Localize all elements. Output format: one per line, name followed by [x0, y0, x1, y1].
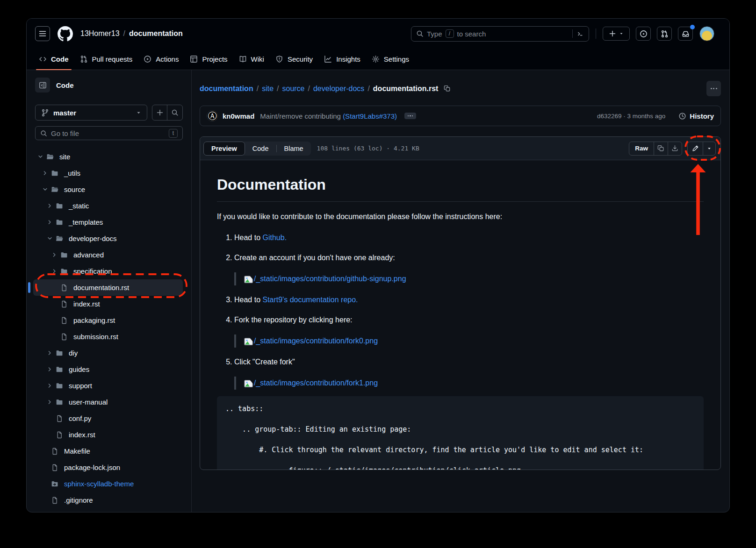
search-placeholder: Type — [427, 30, 442, 38]
rendered-markdown: Documentation If you would like to contr… — [200, 160, 720, 470]
broken-image-icon — [244, 380, 253, 388]
sidebar-collapse-icon — [39, 81, 47, 89]
tab-blame[interactable]: Blame — [277, 142, 311, 156]
tree-item[interactable]: sphinx-scylladb-theme — [33, 476, 183, 492]
file-icon — [51, 448, 58, 455]
commit-author-avatar[interactable]: Ⓐ — [207, 110, 218, 121]
file-options-kebab-button[interactable] — [706, 81, 721, 96]
chevron-down-icon — [136, 110, 141, 115]
tab-preview[interactable]: Preview — [203, 142, 245, 156]
broken-image-link[interactable]: /_static/images/contribution/fork0.png — [244, 335, 378, 347]
tab-actions[interactable]: Actions — [139, 49, 183, 70]
commit-pr-link[interactable]: (Start9Labs#373) — [343, 112, 397, 120]
tree-item[interactable]: conf.py — [33, 410, 183, 427]
tab-insights[interactable]: Insights — [319, 49, 365, 70]
folder-icon — [51, 170, 58, 177]
copy-path-icon[interactable] — [444, 85, 451, 92]
breadcrumb-owner-link[interactable]: 13Homer13 — [80, 29, 120, 38]
tab-pull-requests[interactable]: Pull requests — [75, 49, 137, 70]
play-icon — [144, 55, 151, 63]
tree-item[interactable]: user-manual — [33, 394, 183, 410]
tree-item[interactable]: guides — [33, 361, 183, 377]
tree-item-label: source — [64, 185, 85, 193]
tab-projects[interactable]: Projects — [185, 49, 232, 70]
search-tree-button[interactable] — [167, 105, 182, 120]
search-icon — [416, 30, 424, 37]
tree-item-label: Makefile — [64, 447, 90, 455]
broken-image-link[interactable]: /_static/images/contribution/fork1.png — [244, 377, 378, 389]
download-button[interactable] — [668, 142, 682, 155]
tree-item-label: user-manual — [69, 398, 108, 406]
start9-repo-link[interactable]: Start9's documentation repo. — [262, 296, 358, 304]
tab-code-view[interactable]: Code — [245, 142, 276, 156]
file-icon — [51, 464, 58, 471]
breadcrumb-repo-link[interactable]: documentation — [129, 29, 183, 38]
tree-item[interactable]: source — [33, 181, 183, 198]
tree-item[interactable]: index.rst — [33, 296, 183, 312]
global-search-input[interactable]: Type / to search — [411, 26, 589, 42]
tree-item[interactable]: .gitignore — [33, 492, 183, 508]
file-tree: site _utils — [33, 149, 183, 508]
branch-selector[interactable]: master — [35, 105, 147, 121]
collapse-sidebar-button[interactable] — [35, 78, 50, 93]
create-new-button[interactable] — [603, 27, 630, 41]
tree-item[interactable]: specification — [33, 263, 183, 279]
user-avatar[interactable] — [699, 26, 714, 41]
tree-item[interactable]: support — [33, 377, 183, 394]
tree-item-label: _static — [69, 202, 89, 210]
doc-title: Documentation — [217, 175, 704, 202]
tree-item[interactable]: _static — [33, 198, 183, 214]
tab-code[interactable]: Code — [34, 49, 73, 70]
breadcrumb-repo-root-link[interactable]: documentation — [200, 85, 253, 93]
new-file-button[interactable] — [152, 105, 167, 120]
tree-item-label: support — [69, 382, 92, 390]
tree-item[interactable]: diy — [33, 345, 183, 361]
file-icon — [60, 317, 68, 324]
tree-item[interactable]: index.rst — [33, 427, 183, 443]
tree-item[interactable]: developer-docs — [33, 230, 183, 247]
tree-item[interactable]: submission.rst — [33, 328, 183, 345]
commit-sha-age[interactable]: d632269 · 3 months ago — [597, 113, 665, 120]
tree-item-label: documentation.rst — [73, 284, 129, 292]
pull-requests-button[interactable] — [657, 27, 672, 41]
tree-item[interactable]: site — [33, 149, 183, 165]
tree-chevron-icon — [46, 203, 53, 209]
tree-item-label: submission.rst — [73, 333, 118, 341]
breadcrumb-dir-link[interactable]: site — [262, 85, 274, 93]
go-to-file-input[interactable]: Go to file t — [35, 126, 183, 140]
edit-file-button[interactable] — [688, 142, 703, 155]
folder-open-icon — [56, 235, 63, 242]
broken-image-link[interactable]: /_static/images/contribution/github-sign… — [244, 273, 406, 285]
commit-author[interactable]: kn0wmad — [223, 112, 254, 120]
copy-file-button[interactable] — [654, 142, 668, 155]
chevron-down-icon — [619, 31, 624, 36]
raw-copy-download-group: Raw — [629, 142, 682, 156]
pencil-icon — [692, 145, 699, 152]
breadcrumb-dir-link[interactable]: source — [282, 85, 304, 93]
tree-item-label: advanced — [73, 251, 104, 259]
hamburger-menu-button[interactable] — [35, 26, 50, 41]
tree-item[interactable]: packaging.rst — [33, 312, 183, 328]
edit-dropdown-button[interactable] — [703, 142, 715, 155]
tree-item[interactable]: package-lock.json — [33, 459, 183, 476]
tree-item[interactable]: _templates — [33, 214, 183, 230]
tree-item[interactable]: documentation.rst — [33, 279, 183, 296]
tab-wiki[interactable]: Wiki — [234, 49, 269, 70]
tab-settings[interactable]: Settings — [367, 49, 414, 70]
search-icon — [40, 130, 47, 137]
tree-item-label: diy — [69, 349, 78, 357]
raw-button[interactable]: Raw — [629, 142, 654, 155]
github-link[interactable]: Github. — [262, 234, 287, 242]
history-button[interactable]: History — [678, 112, 714, 120]
issues-button[interactable] — [636, 27, 651, 41]
github-logo-icon[interactable] — [58, 26, 73, 42]
tree-item[interactable]: _utils — [33, 165, 183, 181]
tree-item[interactable]: advanced — [33, 247, 183, 263]
breadcrumb-dir-link[interactable]: developer-docs — [313, 85, 364, 93]
tab-security[interactable]: Security — [271, 49, 317, 70]
tree-item-label: index.rst — [73, 300, 100, 308]
github-window: 13Homer13 / documentation Type / to sear… — [26, 18, 730, 512]
git-pull-request-icon — [661, 30, 669, 38]
tree-item[interactable]: Makefile — [33, 443, 183, 459]
commit-message-ellipsis-button[interactable] — [404, 113, 416, 119]
